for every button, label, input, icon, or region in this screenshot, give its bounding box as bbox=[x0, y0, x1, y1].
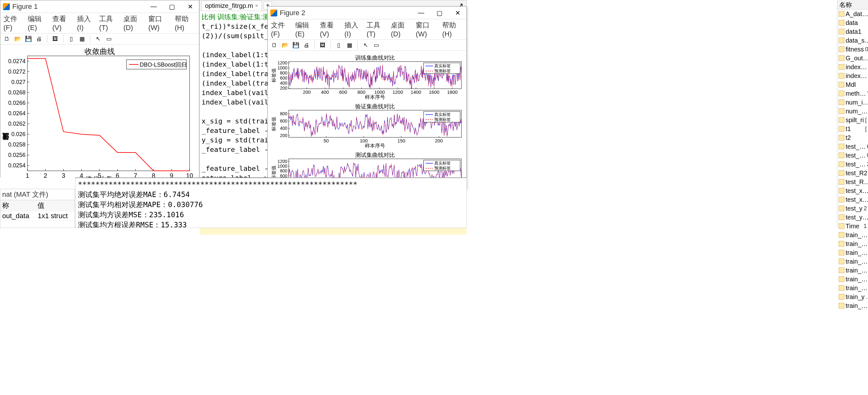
save-icon[interactable]: 💾 bbox=[24, 35, 32, 43]
workspace-var[interactable]: test_R…1 bbox=[837, 177, 868, 186]
figure2-titlebar[interactable]: Figure 2 — ▢ ✕ bbox=[268, 7, 466, 19]
close-tab-icon[interactable]: × bbox=[255, 2, 258, 9]
pointer-icon[interactable]: ↖ bbox=[362, 41, 370, 49]
var-value: 0 bbox=[865, 46, 868, 53]
prop-icon[interactable]: ▦ bbox=[345, 41, 353, 49]
workspace-var[interactable]: Mdl bbox=[837, 80, 868, 89]
menu-item[interactable]: 插入(I) bbox=[77, 14, 95, 32]
menu-item[interactable]: 桌面(D) bbox=[123, 14, 145, 32]
save-icon[interactable]: 💾 bbox=[292, 41, 300, 49]
open-icon[interactable]: 📂 bbox=[13, 35, 22, 43]
workspace-var[interactable]: Time1 bbox=[837, 222, 868, 230]
workspace-var[interactable]: train_…3 bbox=[837, 230, 868, 239]
close-button[interactable]: ✕ bbox=[451, 8, 464, 18]
svg-rect-0 bbox=[27, 56, 190, 171]
minimize-button[interactable]: — bbox=[147, 2, 160, 11]
svg-text:DBO-LSBoost回归: DBO-LSBoost回归 bbox=[140, 62, 187, 68]
menu-item[interactable]: 窗口(W) bbox=[148, 14, 171, 32]
workspace-var[interactable]: test_…6 bbox=[837, 142, 868, 151]
menu-item[interactable]: 桌面(D) bbox=[391, 21, 412, 38]
figure2-axes-container[interactable]: 训练集曲线对比200400600800100012001400160018002… bbox=[268, 51, 466, 197]
workspace-var[interactable]: train_…2 bbox=[837, 275, 868, 284]
open-icon[interactable]: 📂 bbox=[281, 41, 289, 49]
workspace-var[interactable]: train_…1 bbox=[837, 257, 868, 266]
minimize-button[interactable]: — bbox=[415, 8, 427, 18]
ws-col-value[interactable]: 值 bbox=[36, 200, 75, 211]
workspace-var[interactable]: num_i…1 bbox=[837, 98, 868, 107]
new-icon[interactable]: 🗋 bbox=[3, 35, 11, 43]
prop-icon[interactable]: ▦ bbox=[78, 35, 86, 43]
workspace-var[interactable]: test_…0 bbox=[837, 151, 868, 160]
menu-item[interactable]: 工具(T) bbox=[99, 14, 120, 32]
var-value: 1 bbox=[864, 223, 867, 230]
menu-item[interactable]: 工具(T) bbox=[367, 21, 387, 38]
workspace-var[interactable]: train_…… bbox=[837, 284, 868, 292]
var-name: index… bbox=[846, 72, 867, 80]
copy-fig-icon[interactable]: 🖼 bbox=[318, 41, 327, 49]
workspace-var[interactable]: meth…' bbox=[837, 89, 868, 98]
workspace-var[interactable]: train_…4 bbox=[837, 248, 868, 257]
workspace-var[interactable]: test_y…2 bbox=[837, 213, 868, 222]
workspace-var[interactable]: data bbox=[837, 18, 868, 27]
ws-header[interactable]: 名称 bbox=[837, 0, 868, 9]
workspace-var[interactable]: train_…0 bbox=[837, 239, 868, 248]
workspace-var[interactable]: test_y2 bbox=[837, 204, 868, 213]
pointer-icon[interactable]: ↖ bbox=[94, 35, 102, 43]
workspace-var[interactable]: num_…5 bbox=[837, 107, 868, 116]
workspace-var[interactable]: train_y… bbox=[837, 292, 868, 301]
workspace-var[interactable]: index…… bbox=[837, 72, 868, 80]
var-icon bbox=[839, 241, 844, 247]
workspace-var[interactable]: data_s…2 bbox=[837, 36, 868, 45]
menu-item[interactable]: 窗口(W) bbox=[416, 21, 438, 38]
workspace-var[interactable]: test_R20 bbox=[837, 169, 868, 177]
workspace-var[interactable]: fitness0 bbox=[837, 45, 868, 54]
var-icon bbox=[839, 11, 844, 17]
menu-item[interactable]: 文件(F) bbox=[3, 14, 24, 32]
new-icon[interactable]: 🗋 bbox=[270, 41, 279, 49]
ws-row[interactable]: out_data1x1 struct bbox=[0, 211, 75, 221]
figure1-axes[interactable]: 收敛曲线 最佳适应度值 0.02540.02560.02580.0260.026… bbox=[0, 45, 199, 185]
print-icon[interactable]: 🖨 bbox=[35, 35, 43, 43]
menu-item[interactable]: 插入(I) bbox=[344, 21, 363, 38]
workspace-var[interactable]: test_x…2 bbox=[837, 195, 868, 204]
var-icon bbox=[839, 223, 844, 229]
rect-icon[interactable]: ▭ bbox=[372, 41, 380, 49]
print-icon[interactable]: 🖨 bbox=[303, 41, 311, 49]
workspace-var[interactable]: train_…… bbox=[837, 301, 868, 310]
menu-item[interactable]: 查看(V) bbox=[52, 14, 73, 32]
menu-item[interactable]: 帮助(H) bbox=[175, 14, 196, 32]
dock-icon[interactable]: ▯ bbox=[335, 41, 343, 49]
menu-item[interactable]: 文件(F) bbox=[271, 21, 291, 38]
maximize-button[interactable]: ▢ bbox=[433, 8, 446, 18]
workspace-var[interactable]: data1 bbox=[837, 27, 868, 36]
svg-text:1000: 1000 bbox=[278, 65, 287, 70]
maximize-button[interactable]: ▢ bbox=[165, 2, 178, 11]
workspace-var[interactable]: A_dat…… bbox=[837, 9, 868, 18]
svg-text:真实标签: 真实标签 bbox=[434, 161, 451, 165]
svg-text:800: 800 bbox=[358, 89, 365, 95]
workspace-var[interactable]: test_…2 bbox=[837, 160, 868, 169]
menu-item[interactable]: 编辑(E) bbox=[28, 14, 49, 32]
command-window[interactable]: ****************************************… bbox=[75, 177, 467, 228]
var-icon bbox=[839, 161, 844, 167]
workspace-var[interactable]: index…… bbox=[837, 62, 868, 72]
workspace-var[interactable]: t2 bbox=[837, 133, 868, 142]
var-icon bbox=[839, 91, 844, 96]
menu-item[interactable]: 帮助(H) bbox=[442, 21, 463, 38]
close-button[interactable]: ✕ bbox=[184, 2, 196, 11]
var-name: t1 bbox=[846, 125, 851, 133]
copy-fig-icon[interactable]: 🖼 bbox=[51, 35, 59, 43]
workspace-var[interactable]: train_…0 bbox=[837, 266, 868, 275]
svg-text:预测标签: 预测标签 bbox=[434, 68, 451, 73]
workspace-var[interactable]: t1[ bbox=[837, 124, 868, 133]
workspace-var[interactable]: G_out…2 bbox=[837, 54, 868, 62]
dock-icon[interactable]: ▯ bbox=[67, 35, 75, 43]
workspace-var[interactable]: spilt_ri[ bbox=[837, 116, 868, 124]
menu-item[interactable]: 编辑(E) bbox=[295, 21, 316, 38]
editor-tab[interactable]: optimize_fitrgp.m × bbox=[202, 1, 262, 11]
rect-icon[interactable]: ▭ bbox=[105, 35, 113, 43]
workspace-var[interactable]: test_x…2 bbox=[837, 186, 868, 195]
ws-col-name[interactable]: 称 bbox=[0, 200, 36, 211]
figure1-titlebar[interactable]: Figure 1 — ▢ ✕ bbox=[0, 0, 199, 13]
menu-item[interactable]: 查看(V) bbox=[320, 21, 341, 38]
